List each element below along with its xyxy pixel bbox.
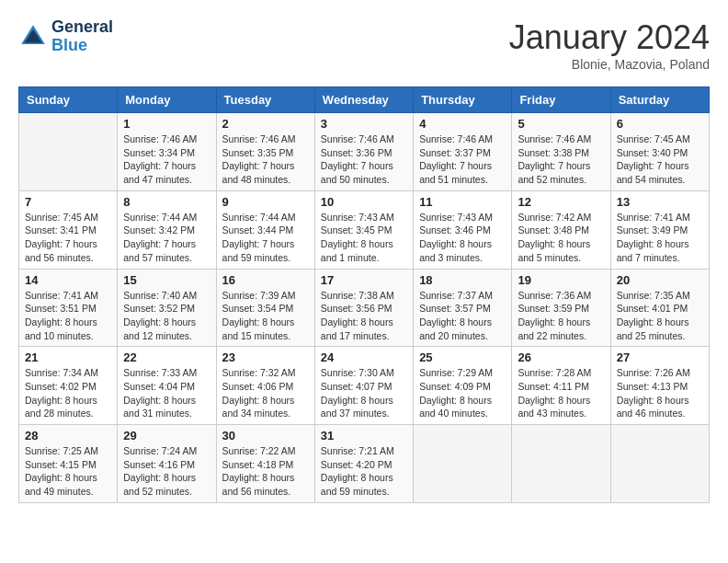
day-number: 6 xyxy=(617,117,703,131)
day-number: 26 xyxy=(518,350,604,364)
calendar-cell: 18Sunrise: 7:37 AM Sunset: 3:57 PM Dayli… xyxy=(414,269,512,347)
day-number: 24 xyxy=(321,350,407,364)
day-info: Sunrise: 7:30 AM Sunset: 4:07 PM Dayligh… xyxy=(321,366,407,420)
day-info: Sunrise: 7:43 AM Sunset: 3:46 PM Dayligh… xyxy=(419,211,506,265)
logo-line2: Blue xyxy=(51,37,113,55)
logo-text: General Blue xyxy=(51,18,113,55)
day-info: Sunrise: 7:22 AM Sunset: 4:18 PM Dayligh… xyxy=(222,444,309,499)
day-number: 7 xyxy=(25,195,111,209)
calendar-cell: 16Sunrise: 7:39 AM Sunset: 3:54 PM Dayli… xyxy=(216,269,314,347)
day-info: Sunrise: 7:25 AM Sunset: 4:15 PM Dayligh… xyxy=(25,444,111,499)
day-number: 28 xyxy=(25,429,111,442)
calendar-cell: 2Sunrise: 7:46 AM Sunset: 3:35 PM Daylig… xyxy=(216,113,314,191)
header-monday: Monday xyxy=(118,87,216,113)
day-info: Sunrise: 7:41 AM Sunset: 3:51 PM Dayligh… xyxy=(25,289,111,343)
calendar-cell: 31Sunrise: 7:21 AM Sunset: 4:20 PM Dayli… xyxy=(314,425,413,503)
calendar-cell: 4Sunrise: 7:46 AM Sunset: 3:37 PM Daylig… xyxy=(414,113,512,191)
calendar-week-row: 21Sunrise: 7:34 AM Sunset: 4:02 PM Dayli… xyxy=(19,347,710,425)
calendar-cell: 1Sunrise: 7:46 AM Sunset: 3:34 PM Daylig… xyxy=(118,113,216,191)
day-info: Sunrise: 7:39 AM Sunset: 3:54 PM Dayligh… xyxy=(222,289,309,343)
title-area: January 2024 Blonie, Mazovia, Poland xyxy=(509,18,710,72)
day-info: Sunrise: 7:44 AM Sunset: 3:44 PM Dayligh… xyxy=(222,211,309,265)
day-info: Sunrise: 7:46 AM Sunset: 3:38 PM Dayligh… xyxy=(518,132,604,187)
calendar-cell: 10Sunrise: 7:43 AM Sunset: 3:45 PM Dayli… xyxy=(314,190,413,269)
logo-icon xyxy=(18,22,48,52)
day-info: Sunrise: 7:46 AM Sunset: 3:35 PM Dayligh… xyxy=(222,132,309,187)
day-info: Sunrise: 7:29 AM Sunset: 4:09 PM Dayligh… xyxy=(419,366,506,420)
calendar-table: SundayMondayTuesdayWednesdayThursdayFrid… xyxy=(18,86,710,503)
day-number: 12 xyxy=(518,195,604,209)
calendar-cell: 28Sunrise: 7:25 AM Sunset: 4:15 PM Dayli… xyxy=(19,425,118,503)
calendar-cell xyxy=(610,425,709,503)
calendar-cell xyxy=(19,113,118,191)
day-info: Sunrise: 7:46 AM Sunset: 3:34 PM Dayligh… xyxy=(123,132,210,187)
calendar-cell: 23Sunrise: 7:32 AM Sunset: 4:06 PM Dayli… xyxy=(216,347,314,425)
day-info: Sunrise: 7:32 AM Sunset: 4:06 PM Dayligh… xyxy=(222,366,309,420)
calendar-week-row: 7Sunrise: 7:45 AM Sunset: 3:41 PM Daylig… xyxy=(19,190,710,269)
calendar-cell: 17Sunrise: 7:38 AM Sunset: 3:56 PM Dayli… xyxy=(314,269,413,347)
day-number: 5 xyxy=(518,117,604,131)
logo-line1: General xyxy=(51,18,113,37)
day-info: Sunrise: 7:24 AM Sunset: 4:16 PM Dayligh… xyxy=(123,444,210,499)
calendar-header-row: SundayMondayTuesdayWednesdayThursdayFrid… xyxy=(19,87,710,113)
day-number: 1 xyxy=(123,117,210,131)
day-number: 2 xyxy=(222,117,309,131)
day-info: Sunrise: 7:36 AM Sunset: 3:59 PM Dayligh… xyxy=(518,289,604,343)
day-number: 9 xyxy=(222,195,309,209)
calendar-cell: 30Sunrise: 7:22 AM Sunset: 4:18 PM Dayli… xyxy=(216,425,314,503)
calendar-cell: 21Sunrise: 7:34 AM Sunset: 4:02 PM Dayli… xyxy=(19,347,118,425)
day-number: 27 xyxy=(617,350,703,364)
calendar-cell: 15Sunrise: 7:40 AM Sunset: 3:52 PM Dayli… xyxy=(118,269,216,347)
month-title: January 2024 xyxy=(509,18,710,57)
day-info: Sunrise: 7:28 AM Sunset: 4:11 PM Dayligh… xyxy=(518,366,604,420)
day-info: Sunrise: 7:46 AM Sunset: 3:36 PM Dayligh… xyxy=(321,132,407,187)
calendar-cell: 7Sunrise: 7:45 AM Sunset: 3:41 PM Daylig… xyxy=(19,190,118,269)
day-info: Sunrise: 7:37 AM Sunset: 3:57 PM Dayligh… xyxy=(419,289,506,343)
header-sunday: Sunday xyxy=(19,87,118,113)
calendar-cell: 19Sunrise: 7:36 AM Sunset: 3:59 PM Dayli… xyxy=(512,269,610,347)
day-number: 10 xyxy=(321,195,407,209)
day-info: Sunrise: 7:43 AM Sunset: 3:45 PM Dayligh… xyxy=(321,211,407,265)
header-tuesday: Tuesday xyxy=(216,87,314,113)
calendar-cell xyxy=(512,425,610,503)
calendar-cell: 24Sunrise: 7:30 AM Sunset: 4:07 PM Dayli… xyxy=(314,347,413,425)
day-number: 3 xyxy=(321,117,407,131)
day-number: 22 xyxy=(123,350,210,364)
day-number: 19 xyxy=(518,273,604,287)
calendar-week-row: 14Sunrise: 7:41 AM Sunset: 3:51 PM Dayli… xyxy=(19,269,710,347)
header-wednesday: Wednesday xyxy=(314,87,413,113)
day-info: Sunrise: 7:35 AM Sunset: 4:01 PM Dayligh… xyxy=(617,289,703,343)
day-number: 25 xyxy=(419,350,506,364)
calendar-cell: 26Sunrise: 7:28 AM Sunset: 4:11 PM Dayli… xyxy=(512,347,610,425)
calendar-cell: 22Sunrise: 7:33 AM Sunset: 4:04 PM Dayli… xyxy=(118,347,216,425)
calendar-cell: 9Sunrise: 7:44 AM Sunset: 3:44 PM Daylig… xyxy=(216,190,314,269)
day-info: Sunrise: 7:38 AM Sunset: 3:56 PM Dayligh… xyxy=(321,289,407,343)
calendar-week-row: 1Sunrise: 7:46 AM Sunset: 3:34 PM Daylig… xyxy=(19,113,710,191)
logo: General Blue xyxy=(18,18,113,55)
day-number: 23 xyxy=(222,350,309,364)
day-info: Sunrise: 7:21 AM Sunset: 4:20 PM Dayligh… xyxy=(321,444,407,499)
calendar-cell: 25Sunrise: 7:29 AM Sunset: 4:09 PM Dayli… xyxy=(414,347,512,425)
calendar-week-row: 28Sunrise: 7:25 AM Sunset: 4:15 PM Dayli… xyxy=(19,425,710,503)
day-info: Sunrise: 7:26 AM Sunset: 4:13 PM Dayligh… xyxy=(617,366,703,420)
calendar-cell: 13Sunrise: 7:41 AM Sunset: 3:49 PM Dayli… xyxy=(610,190,709,269)
day-number: 18 xyxy=(419,273,506,287)
calendar-cell: 3Sunrise: 7:46 AM Sunset: 3:36 PM Daylig… xyxy=(314,113,413,191)
day-number: 15 xyxy=(123,273,210,287)
day-info: Sunrise: 7:45 AM Sunset: 3:41 PM Dayligh… xyxy=(25,211,111,265)
day-number: 13 xyxy=(617,195,703,209)
header-thursday: Thursday xyxy=(414,87,512,113)
page-header: General Blue January 2024 Blonie, Mazovi… xyxy=(18,18,710,72)
day-number: 14 xyxy=(25,273,111,287)
day-number: 31 xyxy=(321,429,407,442)
day-number: 8 xyxy=(123,195,210,209)
day-info: Sunrise: 7:44 AM Sunset: 3:42 PM Dayligh… xyxy=(123,211,210,265)
day-number: 16 xyxy=(222,273,309,287)
day-number: 21 xyxy=(25,350,111,364)
day-info: Sunrise: 7:34 AM Sunset: 4:02 PM Dayligh… xyxy=(25,366,111,420)
day-number: 30 xyxy=(222,429,309,442)
calendar-cell: 27Sunrise: 7:26 AM Sunset: 4:13 PM Dayli… xyxy=(610,347,709,425)
day-number: 4 xyxy=(419,117,506,131)
subtitle: Blonie, Mazovia, Poland xyxy=(509,57,710,72)
calendar-cell xyxy=(414,425,512,503)
